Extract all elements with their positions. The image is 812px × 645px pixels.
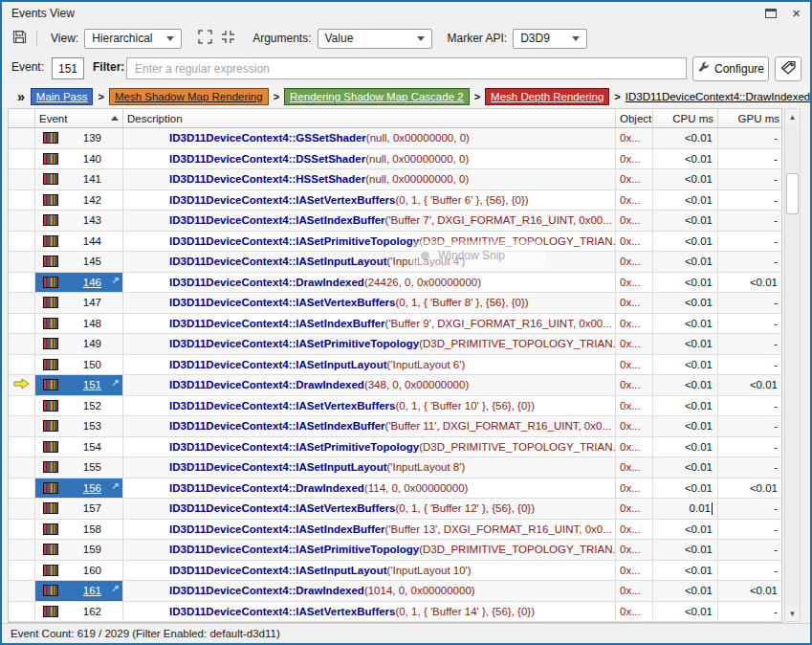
event-cell[interactable]: 161↗	[35, 581, 123, 602]
api-args: (null, 0x00000000, 0)	[366, 132, 470, 144]
event-cell[interactable]: 148	[35, 314, 123, 335]
table-row[interactable]: 150ID3D11DeviceContext4::IASetInputLayou…	[9, 355, 781, 376]
table-row[interactable]: 141ID3D11DeviceContext4::HSSetShader(nul…	[9, 169, 781, 190]
event-cell[interactable]: 162	[35, 602, 123, 623]
breadcrumb-overflow-icon[interactable]: »	[17, 89, 25, 104]
table-row[interactable]: 160ID3D11DeviceContext4::IASetInputLayou…	[9, 561, 781, 582]
event-cell[interactable]: 140	[35, 149, 123, 170]
configure-button[interactable]: Configure	[692, 56, 769, 81]
view-select[interactable]: Hierarchical	[84, 29, 182, 49]
table-row[interactable]: 157ID3D11DeviceContext4::IASetVertexBuff…	[9, 499, 781, 520]
object-cell: 0x...	[616, 520, 653, 541]
event-cell[interactable]: 143	[35, 211, 123, 232]
table-row[interactable]: 152ID3D11DeviceContext4::IASetVertexBuff…	[9, 396, 781, 417]
event-cell[interactable]: 153	[35, 416, 123, 437]
header-object[interactable]: Object	[616, 109, 653, 127]
event-cell[interactable]: 149	[35, 334, 123, 355]
header-description[interactable]: Description	[123, 109, 616, 127]
table-row[interactable]: 148ID3D11DeviceContext4::IASetIndexBuffe…	[9, 314, 781, 335]
table-row[interactable]: 145ID3D11DeviceContext4::IASetInputLayou…	[9, 252, 781, 273]
scroll-up-icon[interactable]: ▲	[785, 109, 800, 124]
event-cell[interactable]: 155	[35, 457, 123, 478]
table-row[interactable]: 154ID3D11DeviceContext4::IASetPrimitiveT…	[9, 437, 781, 458]
event-cell[interactable]: 141	[35, 169, 123, 190]
event-number: 162	[64, 606, 101, 617]
header-gpu-ms[interactable]: GPU ms	[718, 109, 783, 127]
marker-api-select-value: D3D9	[520, 32, 550, 45]
object-cell: 0x...	[616, 416, 653, 437]
filter-input[interactable]	[126, 57, 687, 79]
event-cell[interactable]: 150	[35, 355, 123, 376]
header-cpu-ms[interactable]: CPU ms	[653, 109, 718, 127]
gpu-ms-cell: -	[718, 293, 782, 314]
table-row[interactable]: 161↗ID3D11DeviceContext4::DrawIndexed(10…	[9, 581, 781, 602]
collapse-all-button[interactable]	[216, 28, 239, 49]
object-cell: 0x...	[616, 437, 653, 458]
api-method-name: ID3D11DeviceContext4::IASetInputLayout	[169, 256, 387, 267]
breadcrumb-item[interactable]: Mesh Shadow Map Rendering	[109, 88, 269, 105]
table-row[interactable]: 162ID3D11DeviceContext4::IASetVertexBuff…	[9, 602, 781, 623]
header-event[interactable]: Event	[35, 109, 123, 127]
table-row[interactable]: 151↗ID3D11DeviceContext4::DrawIndexed(34…	[9, 375, 781, 396]
table-row[interactable]: 140ID3D11DeviceContext4::DSSetShader(nul…	[9, 149, 781, 170]
expand-all-button[interactable]	[193, 28, 216, 49]
event-cell[interactable]: 146↗	[35, 273, 123, 294]
save-button[interactable]	[8, 28, 31, 49]
chevron-down-icon	[417, 36, 425, 41]
table-row[interactable]: 159ID3D11DeviceContext4::IASetPrimitiveT…	[9, 540, 781, 561]
table-row[interactable]: 156↗ID3D11DeviceContext4::DrawIndexed(11…	[9, 478, 781, 500]
event-cell[interactable]: 154	[35, 437, 123, 458]
goto-arrow-icon[interactable]: ↗	[112, 480, 120, 491]
event-cell[interactable]: 156↗	[35, 478, 123, 500]
table-row[interactable]: 142ID3D11DeviceContext4::IASetVertexBuff…	[9, 190, 781, 211]
event-cell[interactable]: 139	[35, 128, 123, 149]
object-cell: 0x...	[616, 211, 653, 232]
event-number-input[interactable]	[52, 57, 84, 79]
close-icon[interactable]: ×	[792, 4, 801, 23]
table-row[interactable]: 139ID3D11DeviceContext4::GSSetShader(nul…	[9, 128, 781, 149]
cpu-value: <0.01	[685, 482, 713, 494]
api-call-icon	[43, 256, 58, 267]
event-cell[interactable]: 147	[35, 293, 123, 314]
vertical-scrollbar[interactable]: ▲ ▼	[784, 108, 801, 622]
table-row[interactable]: 149ID3D11DeviceContext4::IASetPrimitiveT…	[9, 334, 781, 355]
event-description: ID3D11DeviceContext4::IASetInputLayout('…	[123, 355, 616, 376]
breadcrumb-item[interactable]: Rendering Shadow Map Cascade 2	[284, 88, 470, 105]
goto-arrow-icon[interactable]: ↗	[112, 377, 120, 388]
tags-button[interactable]	[775, 56, 801, 81]
table-row[interactable]: 147ID3D11DeviceContext4::IASetVertexBuff…	[9, 293, 781, 314]
cpu-value: <0.01	[685, 544, 713, 555]
event-cell[interactable]: 160	[35, 561, 123, 582]
event-cell[interactable]: 158	[35, 520, 123, 541]
event-cell[interactable]: 159	[35, 540, 123, 561]
breadcrumb-item[interactable]: Mesh Depth Rendering	[485, 88, 609, 105]
arguments-select[interactable]: Value	[318, 29, 432, 49]
breadcrumb-item[interactable]: ID3D11DeviceContext4::DrawIndexed	[625, 91, 810, 102]
event-cell[interactable]: 145	[35, 252, 123, 273]
table-row[interactable]: 158ID3D11DeviceContext4::IASetIndexBuffe…	[9, 520, 781, 541]
event-description: ID3D11DeviceContext4::DrawIndexed(24426,…	[123, 273, 616, 294]
table-row[interactable]: 144ID3D11DeviceContext4::IASetPrimitiveT…	[9, 232, 781, 253]
breadcrumb-item[interactable]: Main Pass	[31, 88, 94, 105]
table-row[interactable]: 146↗ID3D11DeviceContext4::DrawIndexed(24…	[9, 273, 781, 294]
object-cell: 0x...	[616, 457, 653, 478]
cpu-value: <0.01	[685, 461, 713, 473]
api-method-name: ID3D11DeviceContext4::IASetVertexBuffers	[169, 194, 395, 206]
scrollbar-thumb[interactable]	[786, 173, 799, 214]
event-cell[interactable]: 144	[35, 232, 123, 253]
scroll-down-icon[interactable]: ▼	[785, 606, 800, 621]
table-row[interactable]: 153ID3D11DeviceContext4::IASetIndexBuffe…	[9, 416, 781, 437]
table-row[interactable]: 143ID3D11DeviceContext4::IASetIndexBuffe…	[9, 211, 781, 232]
goto-arrow-icon[interactable]: ↗	[112, 275, 120, 285]
marker-api-select[interactable]: D3D9	[513, 29, 587, 49]
arguments-select-value: Value	[325, 32, 354, 45]
event-cell[interactable]: 157	[35, 499, 123, 520]
wrench-icon	[697, 61, 710, 77]
table-row[interactable]: 155ID3D11DeviceContext4::IASetInputLayou…	[9, 457, 781, 478]
event-cell[interactable]: 152	[35, 396, 123, 417]
event-cell[interactable]: 151↗	[35, 375, 123, 396]
cpu-ms-cell: <0.01	[653, 232, 718, 253]
event-cell[interactable]: 142	[35, 190, 123, 211]
goto-arrow-icon[interactable]: ↗	[112, 583, 120, 593]
float-window-icon[interactable]	[765, 9, 777, 18]
